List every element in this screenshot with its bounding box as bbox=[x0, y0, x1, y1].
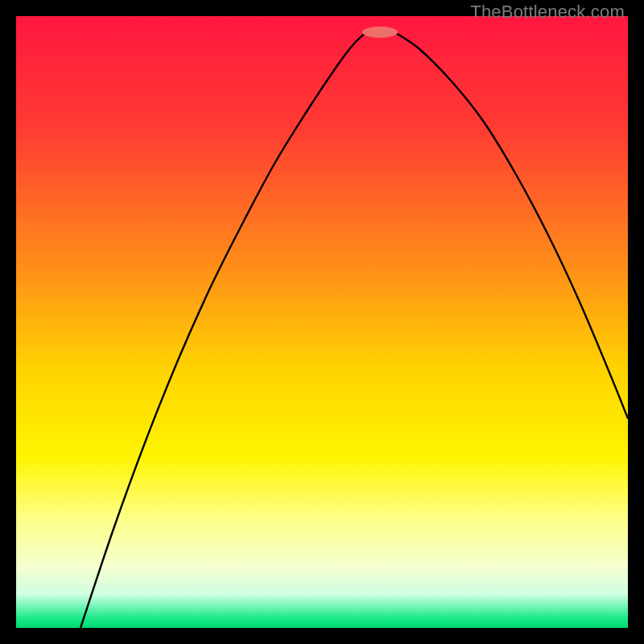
gradient-background bbox=[16, 16, 628, 628]
watermark-text: TheBottleneck.com bbox=[470, 2, 625, 23]
bottleneck-chart bbox=[16, 16, 628, 628]
chart-frame bbox=[16, 16, 628, 628]
minimum-marker bbox=[362, 27, 398, 38]
